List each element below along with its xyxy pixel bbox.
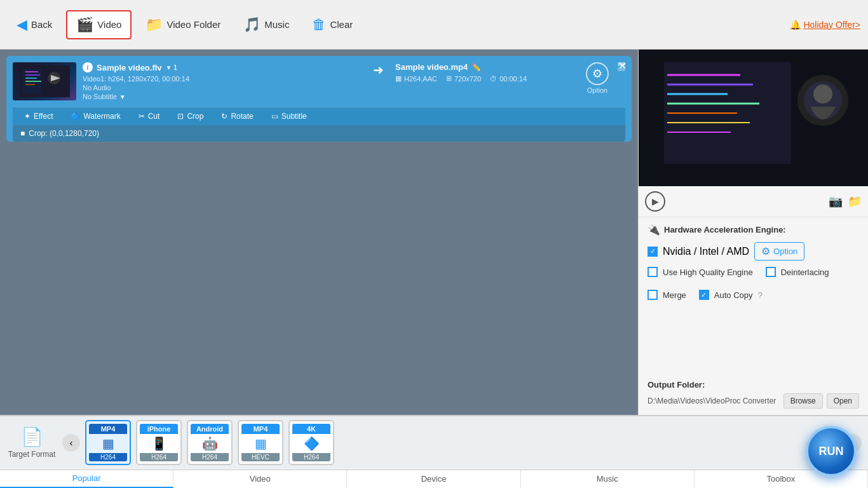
bullet-icon: ■ — [20, 129, 25, 138]
duration-value: 00:00:14 — [499, 75, 527, 83]
resolution-spec: ⊞ 720x720 — [446, 74, 481, 83]
format-card-icons: ▦ — [102, 434, 114, 453]
codec-option-button[interactable]: ⚙ Option — [586, 62, 609, 94]
format-card-top-hevc: MP4 — [241, 424, 280, 434]
rotate-label: Rotate — [231, 112, 253, 121]
crop-label: Crop — [187, 112, 203, 121]
watermark-label: Watermark — [83, 112, 120, 121]
auto-copy-label: Auto Copy — [714, 290, 753, 300]
edit-icon[interactable]: ✏️ — [471, 63, 481, 72]
settings-area: 🔌 Hardware Acceleration Engine: Nvidia /… — [639, 217, 868, 380]
4k-icon: 🔷 — [304, 436, 320, 451]
nvidia-checkbox[interactable] — [648, 247, 658, 257]
tab-video[interactable]: Video — [173, 470, 347, 488]
codec-spec: ▦ H264,AAC — [395, 74, 437, 83]
cut-tab[interactable]: ✂ Cut — [130, 107, 169, 125]
crop-tab[interactable]: ⊡ Crop — [168, 107, 212, 125]
video-icon: 🎬 — [76, 17, 93, 33]
format-card-mp4-h264[interactable]: MP4 ▦ H264 — [85, 420, 131, 465]
edit-tabs: ✦ Effect 🔷 Watermark ✂ Cut ⊡ Crop ↻ R — [13, 107, 625, 125]
clear-button[interactable]: 🗑 Clear — [303, 11, 362, 38]
tab-music[interactable]: Music — [521, 470, 695, 488]
auto-copy-checkbox[interactable] — [699, 290, 709, 300]
open-button[interactable]: Open — [827, 393, 859, 409]
preview-area — [639, 50, 868, 186]
iphone-icon: 📱 — [151, 436, 167, 451]
prev-format-button[interactable]: ‹ — [62, 434, 80, 452]
merge-checkbox[interactable] — [648, 290, 658, 300]
video-folder-button[interactable]: 📁 Video Folder — [137, 11, 229, 38]
output-folder-section: Output Folder: D:\Media\Videos\VideoProc… — [639, 380, 868, 415]
screenshot-button[interactable]: 📷 — [829, 194, 843, 208]
music-icon: 🎵 — [243, 17, 261, 33]
run-button[interactable]: RUN — [806, 426, 857, 477]
auto-copy-help[interactable]: ? — [758, 290, 763, 300]
option-button[interactable]: ⚙ Option — [754, 242, 804, 261]
music-label: Music — [264, 19, 289, 30]
play-button[interactable]: ▶ — [645, 191, 665, 212]
video-folder-icon: 📁 — [146, 17, 163, 33]
tab-popular[interactable]: Popular — [0, 470, 173, 488]
format-row: 📄 Target Format ‹ MP4 ▦ H264 iPhone 📱 H2… — [0, 416, 868, 470]
high-quality-label: Use High Quality Engine — [663, 268, 753, 277]
trash-icon: 🗑 — [312, 17, 326, 33]
holiday-offer-link[interactable]: 🔔 Holiday Offer> — [790, 20, 860, 30]
video-card: ✕ — [6, 56, 632, 142]
video-input-info: i Sample video.flv ▼ 1 Video1: h264, 128… — [83, 62, 362, 102]
nvidia-label: Nvidia / Intel / AMD — [663, 246, 749, 257]
left-panel: ✕ — [0, 50, 638, 415]
music-button[interactable]: 🎵 Music — [234, 11, 298, 38]
close-button[interactable]: ✕ — [618, 60, 627, 72]
subtitle-tab[interactable]: ▭ Subtitle — [262, 107, 316, 125]
format-card-mp4-hevc[interactable]: MP4 ▦ HEVC — [238, 420, 283, 465]
folder-open-button[interactable]: 📁 — [848, 194, 862, 208]
nvidia-option-row: Nvidia / Intel / AMD ⚙ Option — [648, 242, 859, 261]
crop-info-bar: ■ Crop: (0,0,1280,720) — [13, 125, 625, 142]
stream-count-badge: ▼ 1 — [166, 64, 177, 71]
rotate-tab[interactable]: ↻ Rotate — [212, 107, 262, 125]
mp4-icon: ▦ — [102, 436, 114, 451]
tab-device[interactable]: Device — [347, 470, 520, 488]
format-card-android[interactable]: Android 🤖 H264 — [187, 420, 233, 465]
format-card-iphone[interactable]: iPhone 📱 H264 — [136, 420, 182, 465]
browse-button[interactable]: Browse — [783, 393, 823, 409]
format-card-bottom: H264 — [89, 453, 127, 461]
effect-tab[interactable]: ✦ Effect — [15, 107, 62, 125]
rotate-icon: ↻ — [221, 112, 227, 121]
svg-point-20 — [813, 85, 832, 104]
bottom-tabs: Popular Video Device Music Toolbox — [0, 470, 868, 488]
preview-image — [639, 50, 868, 186]
clock-icon: ⏱ — [490, 75, 497, 83]
watermark-tab[interactable]: 🔷 Watermark — [62, 107, 129, 125]
deinterlacing-checkbox[interactable] — [766, 267, 776, 277]
codec-option-label: Option — [587, 86, 607, 94]
subtitle-icon: ▭ — [271, 112, 278, 121]
audio-row: No Audio — [83, 84, 362, 92]
high-quality-checkbox[interactable] — [648, 267, 658, 277]
output-info: Sample video.mp4 ✏️ ▦ H264,AAC ⊞ 720x720 — [395, 62, 573, 83]
thumb-inner — [13, 62, 76, 100]
format-card-bottom-4k: H264 — [292, 453, 330, 461]
format-card-4k[interactable]: 4K 🔷 H264 — [288, 420, 334, 465]
target-label: Target Format — [8, 450, 56, 459]
back-button[interactable]: ◀ Back — [8, 11, 61, 38]
high-quality-row: Use High Quality Engine — [648, 267, 753, 277]
toolbar: ◀ Back 🎬 Video 📁 Video Folder 🎵 Music 🗑 … — [0, 0, 868, 50]
android-icon: 🤖 — [202, 436, 218, 451]
hevc-icon: ▦ — [255, 436, 267, 451]
format-card-bottom-iphone: H264 — [140, 453, 178, 461]
output-specs: ▦ H264,AAC ⊞ 720x720 ⏱ 00:00:14 — [395, 74, 573, 83]
input-title-row: i Sample video.flv ▼ 1 — [83, 62, 362, 72]
codec-value: H264,AAC — [404, 75, 437, 83]
hw-icon: 🔌 — [648, 224, 660, 236]
effect-label: Effect — [34, 112, 53, 121]
crop-info-text: Crop: (0,0,1280,720) — [29, 129, 99, 138]
output-title-row: Sample video.mp4 ✏️ — [395, 62, 573, 72]
format-card-bottom-hevc: HEVC — [241, 453, 280, 461]
video-button[interactable]: 🎬 Video — [66, 10, 132, 39]
back-label: Back — [31, 19, 52, 30]
resolution-icon: ⊞ — [446, 74, 452, 83]
duration-spec: ⏱ 00:00:14 — [490, 75, 527, 83]
format-card-icons-4k: 🔷 — [304, 434, 320, 453]
convert-arrow: ➜ — [368, 62, 389, 78]
